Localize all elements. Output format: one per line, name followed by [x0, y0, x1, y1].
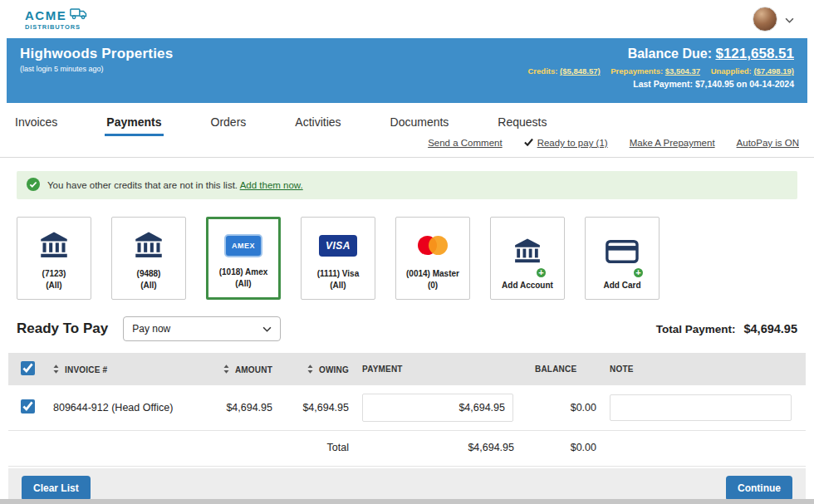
total-payment-value: $4,694.95: [743, 322, 797, 335]
make-prepayment-label: Make A Prepayment: [630, 138, 715, 148]
user-menu[interactable]: [753, 7, 794, 32]
invoice-balance: $0.00: [528, 385, 603, 431]
payment-method-visa-1111[interactable]: VISA (1111) Visa (All): [301, 217, 375, 300]
tab-invoices[interactable]: Invoices: [13, 115, 59, 136]
unapplied-value-link[interactable]: ($7,498.19): [753, 66, 794, 76]
payment-method-scope: (All): [330, 280, 346, 291]
plus-icon: +: [632, 267, 645, 279]
truck-icon: [70, 7, 88, 22]
visa-brand-text: VISA: [319, 235, 357, 257]
visa-logo-icon: VISA: [319, 228, 357, 263]
table-total-row: Total $4,694.95 $0.00: [8, 431, 806, 467]
bank-icon: [134, 228, 164, 263]
payment-method-number: (1111) Visa: [317, 268, 359, 280]
balance-due-link[interactable]: $121,658.51: [715, 46, 794, 61]
payment-method-amex-1018-selected[interactable]: AMEX (1018) Amex (All): [206, 217, 281, 300]
account-identity: Highwoods Properties (last login 5 minut…: [20, 46, 173, 96]
unapplied-label: Unapplied:: [711, 66, 752, 76]
chevron-down-icon: [785, 12, 794, 27]
header-payment-label: PAYMENT: [362, 365, 403, 374]
table-header-row: INVOICE # AMOUNT OWING PAYMENT BALANCE N…: [8, 353, 806, 385]
avatar[interactable]: [753, 7, 777, 32]
ready-to-pay-bar: Ready To Pay Pay now Total Payment: $4,6…: [17, 316, 797, 341]
amex-logo-icon: AMEX: [224, 229, 262, 262]
select-all-checkbox[interactable]: [21, 361, 35, 375]
header-invoice-label: INVOICE #: [65, 365, 107, 374]
tab-activities[interactable]: Activities: [293, 115, 342, 136]
payment-method-scope: (All): [140, 280, 156, 291]
make-prepayment-link[interactable]: Make A Prepayment: [630, 138, 715, 148]
payment-method-number: (9488): [137, 268, 161, 280]
credits-value-link[interactable]: ($5,848.57): [560, 66, 601, 76]
chevron-down-icon: [262, 323, 272, 335]
main-tabs: Invoices Payments Orders Activities Docu…: [0, 103, 814, 136]
payment-methods: (7123) (All) (9488) (All) AMEX (1018) Am…: [17, 217, 797, 300]
last-payment: Last Payment: $7,140.95 on 04-14-2024: [520, 79, 795, 89]
total-balance-cell: $0.00: [528, 431, 603, 467]
payment-method-scope: (All): [235, 278, 251, 290]
last-login: (last login 5 minutes ago): [20, 65, 173, 73]
balance-due-label: Balance Due:: [628, 46, 712, 61]
payment-amount-input[interactable]: [362, 394, 513, 422]
header-owing-sort[interactable]: OWING: [279, 353, 356, 385]
ready-to-pay-label: Ready to pay (1): [537, 138, 608, 148]
prepayments-label: Prepayments:: [610, 66, 663, 76]
header-owing-label: OWING: [319, 365, 349, 374]
note-input[interactable]: [610, 394, 792, 421]
invoice-owing: $4,694.95: [279, 385, 356, 431]
payment-method-bank-9488[interactable]: (9488) (All): [111, 217, 186, 300]
payment-method-number: (7123): [42, 268, 66, 280]
add-account-label: Add Account: [502, 280, 553, 291]
tab-requests[interactable]: Requests: [496, 115, 548, 136]
quick-links: Send a Comment Ready to pay (1) Make A P…: [0, 136, 814, 158]
payment-method-scope: (All): [46, 280, 61, 291]
ready-to-pay-title: Ready To Pay: [17, 321, 108, 337]
prepayments-value-link[interactable]: $3,504.37: [665, 66, 700, 76]
header-amount-label: AMOUNT: [235, 365, 272, 374]
credits-notice: You have other credits that are not in t…: [17, 171, 797, 199]
add-card-button[interactable]: + Add Card: [585, 217, 660, 300]
header-amount-sort[interactable]: AMOUNT: [194, 353, 279, 385]
topbar: ACME DISTRIBUTORS: [0, 0, 814, 38]
payment-method-bank-7123[interactable]: (7123) (All): [17, 217, 91, 300]
amex-brand-text: AMEX: [224, 234, 262, 257]
payment-portal-page: ACME DISTRIBUTORS Highwoods Properties (…: [0, 0, 814, 499]
add-credits-link[interactable]: Add them now.: [240, 180, 303, 190]
payment-schedule-value: Pay now: [132, 323, 170, 335]
payment-method-number: (0014) Master: [406, 268, 459, 280]
ready-to-pay-link[interactable]: Ready to pay (1): [524, 138, 608, 148]
total-payment-label: Total Payment:: [656, 323, 736, 335]
payment-schedule-select[interactable]: Pay now: [123, 316, 281, 341]
tab-documents[interactable]: Documents: [389, 115, 451, 136]
account-balances: Balance Due: $121,658.51 Credits: ($5,84…: [520, 46, 795, 96]
payment-method-scope: (0): [428, 280, 438, 291]
credits-label: Credits:: [528, 66, 558, 76]
add-account-button[interactable]: + Add Account: [490, 217, 565, 300]
send-comment-link[interactable]: Send a Comment: [428, 138, 503, 148]
logo-text: ACME: [25, 9, 66, 22]
total-payment: Total Payment: $4,694.95: [656, 322, 797, 335]
invoice-table: INVOICE # AMOUNT OWING PAYMENT BALANCE N…: [8, 353, 806, 467]
credit-card-plus-icon: +: [606, 228, 639, 275]
autopay-link[interactable]: AutoPay is ON: [737, 138, 799, 148]
invoice-amount: $4,694.95: [194, 385, 279, 431]
bank-icon: [39, 228, 69, 263]
acme-logo: ACME DISTRIBUTORS: [25, 7, 88, 31]
invoice-row-checkbox[interactable]: [21, 399, 35, 413]
header-balance-label: BALANCE: [535, 365, 576, 374]
tab-orders[interactable]: Orders: [209, 115, 248, 136]
mastercard-logo-icon: [416, 228, 449, 263]
continue-button[interactable]: Continue: [726, 476, 792, 499]
tab-payments[interactable]: Payments: [105, 115, 163, 136]
company-name: Highwoods Properties: [20, 46, 173, 62]
total-label: Total: [279, 431, 356, 467]
header-balance: BALANCE: [528, 353, 603, 385]
clear-list-button[interactable]: Clear List: [22, 476, 91, 499]
account-header: Highwoods Properties (last login 5 minut…: [7, 38, 807, 103]
invoice-row: 809644-912 (Head Office) $4,694.95 $4,69…: [8, 385, 806, 431]
plus-icon: +: [535, 267, 547, 279]
payment-method-mastercard-0014[interactable]: (0014) Master (0): [395, 217, 470, 300]
header-invoice-sort[interactable]: INVOICE #: [47, 353, 194, 385]
header-payment: PAYMENT: [356, 353, 528, 385]
bank-plus-icon: +: [513, 228, 542, 275]
